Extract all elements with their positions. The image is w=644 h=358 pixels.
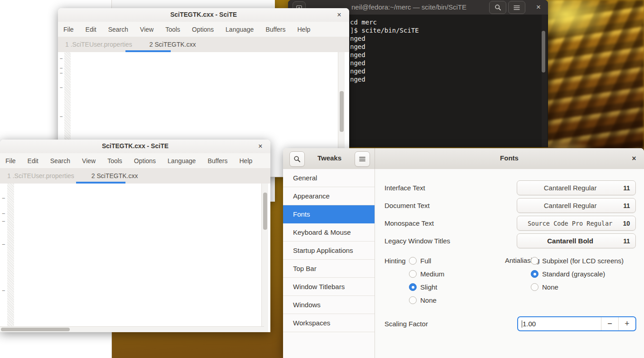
sidebar-item-workspaces[interactable]: Workspaces	[283, 314, 375, 332]
fold-marker[interactable]: −	[2, 218, 5, 225]
terminal-menu-button[interactable]	[508, 1, 525, 14]
menu-search[interactable]: Search	[50, 157, 70, 164]
antialiasing-option-subpixel-for-lcd-screens-[interactable]: Subpixel (for LCD screens)	[531, 254, 624, 267]
titlebar[interactable]: SciTEGTK.cxx - SciTE ×	[58, 8, 349, 22]
tweaks-window: Tweaks Fonts × GeneralAppearanceFontsKey…	[283, 148, 644, 358]
tab-2-scitegtk.cxx[interactable]: 2 SciTEGTK.cxx	[142, 41, 206, 48]
font-picker-button[interactable]: Cantarell Regular11	[517, 198, 636, 213]
vertical-scrollbar-thumb[interactable]	[263, 193, 267, 230]
code-area[interactable]: −−−−−	[58, 53, 342, 140]
vertical-scrollbar-thumb[interactable]	[340, 91, 344, 132]
menu-buffers[interactable]: Buffers	[265, 26, 285, 33]
font-picker-button[interactable]: Cantarell Regular11	[517, 180, 636, 195]
terminal-output[interactable]: cd merc]$ scite/bin/SciTEngedngedngednge…	[350, 18, 419, 83]
tweaks-menu-button[interactable]	[355, 151, 370, 167]
hinting-option-none[interactable]: None	[409, 294, 444, 307]
menu-edit[interactable]: Edit	[28, 157, 38, 164]
sidebar-item-keyboard-mouse[interactable]: Keyboard & Mouse	[283, 223, 375, 242]
sidebar-item-general[interactable]: General	[283, 169, 375, 187]
menu-options[interactable]: Options	[192, 26, 214, 33]
terminal-scrollbar-thumb[interactable]	[542, 31, 545, 73]
fold-marker[interactable]: −	[60, 115, 62, 120]
tweaks-headerbar[interactable]: Tweaks Fonts ×	[283, 148, 644, 169]
radio-button[interactable]	[409, 296, 417, 304]
radio-button[interactable]	[409, 283, 417, 291]
radio-button[interactable]	[531, 283, 538, 291]
vertical-scrollbar[interactable]	[261, 184, 268, 332]
terminal-line: ]$ scite/bin/SciTE	[350, 26, 419, 34]
editor-pane[interactable]: −−−−−	[0, 184, 270, 332]
radio-label: None	[420, 296, 437, 304]
decrement-button[interactable]: −	[601, 317, 618, 330]
tab-1-.sciteuser.properties[interactable]: 1 .SciTEUser.properties	[58, 41, 142, 48]
menu-language[interactable]: Language	[226, 26, 254, 33]
terminal-line: nged	[350, 59, 419, 67]
font-picker-button[interactable]: Cantarell Bold11	[517, 233, 636, 248]
increment-button[interactable]: +	[618, 317, 635, 330]
fold-marker[interactable]: −	[60, 71, 62, 76]
hinting-option-full[interactable]: Full	[409, 254, 444, 267]
radio-button[interactable]	[531, 270, 538, 278]
tab-1-.sciteuser.properties[interactable]: 1 .SciTEUser.properties	[0, 172, 84, 179]
menu-edit[interactable]: Edit	[86, 26, 96, 33]
sidebar-item-appearance[interactable]: Appearance	[283, 187, 375, 205]
menu-language[interactable]: Language	[168, 157, 196, 164]
terminal-search-button[interactable]	[489, 1, 506, 14]
fold-marker[interactable]: −	[2, 210, 5, 218]
scite-window-bottom: SciTEGTK.cxx - SciTE × FileEditSearchVie…	[0, 140, 270, 332]
menu-file[interactable]: File	[63, 26, 74, 33]
tabbar: 1 .SciTEUser.properties2 SciTEGTK.cxx	[0, 168, 270, 184]
menu-tools[interactable]: Tools	[107, 157, 122, 164]
sidebar-item-window-titlebars[interactable]: Window Titlebars	[283, 278, 375, 296]
titlebar[interactable]: SciTEGTK.cxx - SciTE ×	[0, 140, 270, 154]
font-picker-button[interactable]: Source Code Pro Regular10	[517, 216, 636, 231]
menu-tools[interactable]: Tools	[165, 26, 180, 33]
font-setting-label: Document Text	[384, 202, 517, 209]
scaling-factor-label: Scaling Factor	[384, 320, 428, 328]
close-icon[interactable]: ×	[256, 142, 265, 151]
radio-button[interactable]	[531, 257, 538, 265]
fold-marker[interactable]: −	[60, 86, 62, 91]
menu-view[interactable]: View	[140, 26, 154, 33]
terminal-close-button[interactable]: ×	[532, 1, 545, 13]
menu-help[interactable]: Help	[239, 157, 252, 164]
font-size-value: 11	[623, 237, 635, 245]
code-area[interactable]: −−−−−	[0, 186, 263, 325]
tab-2-scitegtk.cxx[interactable]: 2 SciTEGTK.cxx	[84, 172, 148, 179]
radio-button[interactable]	[409, 270, 417, 278]
hinting-option-medium[interactable]: Medium	[409, 267, 444, 281]
antialiasing-option-standard-grayscale-[interactable]: Standard (grayscale)	[531, 267, 624, 281]
menu-file[interactable]: File	[5, 157, 16, 164]
fold-marker[interactable]: −	[2, 194, 5, 202]
fold-marker[interactable]: −	[60, 57, 62, 62]
horizontal-scrollbar[interactable]	[0, 326, 264, 332]
horizontal-scrollbar-thumb[interactable]	[1, 328, 70, 331]
terminal-scrollbar[interactable]	[542, 15, 547, 147]
menu-help[interactable]: Help	[297, 26, 310, 33]
menu-options[interactable]: Options	[134, 157, 156, 164]
code-line	[0, 186, 263, 194]
fold-marker[interactable]: −	[2, 241, 5, 248]
close-icon[interactable]: ×	[335, 10, 344, 19]
sidebar-item-windows[interactable]: Windows	[283, 296, 375, 314]
fold-marker[interactable]: −	[2, 287, 5, 295]
terminal-line: cd merc	[350, 18, 419, 26]
radio-button[interactable]	[409, 257, 417, 265]
close-icon[interactable]: ×	[630, 154, 639, 163]
sidebar-item-startup-applications[interactable]: Startup Applications	[283, 242, 375, 260]
menu-buffers[interactable]: Buffers	[207, 157, 227, 164]
sidebar-item-top-bar[interactable]: Top Bar	[283, 260, 375, 278]
code-line	[0, 202, 263, 209]
sidebar-item-fonts[interactable]: Fonts	[283, 205, 375, 223]
menu-search[interactable]: Search	[108, 26, 128, 33]
scaling-factor-spinbutton[interactable]: 1.00 − +	[517, 316, 636, 331]
hinting-option-slight[interactable]: Slight	[409, 281, 444, 294]
fonts-panel: Interface TextCantarell Regular11Documen…	[375, 169, 644, 358]
code-line	[0, 256, 263, 263]
code-line: −	[58, 67, 342, 72]
scaling-factor-value[interactable]: 1.00	[518, 317, 601, 330]
antialiasing-option-none[interactable]: None	[531, 281, 624, 294]
menu-view[interactable]: View	[82, 157, 96, 164]
tweaks-search-button[interactable]	[289, 151, 305, 167]
terminal-line: nged	[350, 51, 419, 59]
